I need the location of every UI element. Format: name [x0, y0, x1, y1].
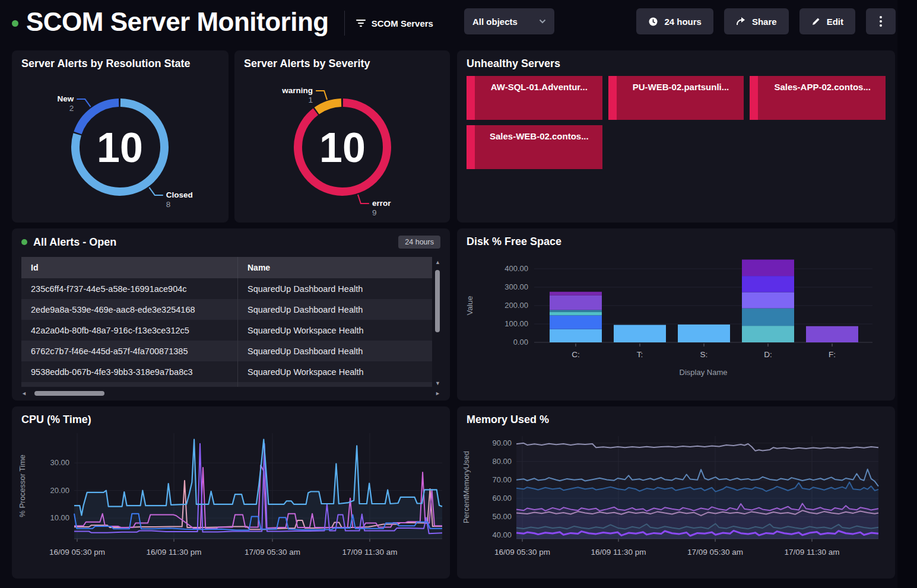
header: SCOM Server Monitoring SCOM Servers [12, 0, 433, 46]
edit-button[interactable]: Edit [799, 8, 855, 34]
filter-icon [356, 19, 366, 27]
panel-title: Unhealthy Servers [467, 58, 560, 70]
horizontal-scroll-thumb[interactable] [34, 391, 104, 396]
table-row[interactable]: 6762c7b7-f46e-445d-a57f-4fa700871385Squa… [21, 341, 432, 361]
svg-text:10: 10 [97, 125, 143, 171]
scroll-left-icon[interactable]: ◄ [21, 390, 27, 396]
panel-title: Server Alerts by Resolution State [21, 58, 190, 70]
svg-text:error: error [372, 199, 391, 208]
panel-memory: Memory Used % 16/09 05:30 pm16/09 11:30 … [457, 406, 895, 579]
svg-text:% Processor Time: % Processor Time [18, 454, 27, 517]
alert-id-cell: 2ede9a8a-539e-469e-aac8-ede3e3254168 [21, 299, 237, 320]
share-icon [736, 17, 746, 26]
svg-text:16/09 11:30 pm: 16/09 11:30 pm [591, 548, 646, 557]
server-tile[interactable]: Sales-APP-02.contos... [750, 76, 886, 120]
svg-text:17/09 11:30 am: 17/09 11:30 am [342, 548, 398, 557]
svg-text:200.00: 200.00 [504, 301, 528, 310]
objects-dropdown-label: All objects [472, 17, 518, 27]
svg-text:C:: C: [572, 350, 580, 359]
server-tile[interactable]: PU-WEB-02.partsunli... [608, 76, 744, 120]
svg-text:T:: T: [637, 350, 643, 359]
column-header-id: Id [21, 257, 237, 278]
alerts-table: Id Name 235c6ff4-f737-44e5-a58e-16991ace… [21, 257, 432, 382]
table-row[interactable]: 2ede9a8a-539e-469e-aac8-ede3e3254168Squa… [21, 299, 432, 320]
more-options-button[interactable] [866, 8, 896, 34]
svg-text:Display Name: Display Name [680, 368, 728, 377]
svg-text:1: 1 [309, 96, 313, 104]
svg-text:400.00: 400.00 [504, 264, 528, 273]
alerts-status-dot [21, 239, 27, 245]
alerts-table-body: 235c6ff4-f737-44e5-a58e-16991ace904cSqua… [21, 278, 432, 382]
svg-text:0.00: 0.00 [513, 338, 528, 347]
panel-cpu: CPU (% Time) 16/09 05:30 pm16/09 11:30 p… [12, 406, 450, 579]
server-health-strip [467, 76, 475, 120]
svg-text:40.00: 40.00 [492, 530, 512, 539]
svg-text:90.00: 90.00 [492, 438, 512, 447]
svg-text:D:: D: [764, 350, 772, 359]
alert-name-cell: SquaredUp Workspace Health [237, 320, 432, 341]
svg-text:Closed: Closed [166, 190, 193, 199]
panel-title: Disk % Free Space [467, 236, 561, 248]
svg-text:Value: Value [465, 296, 474, 315]
table-row[interactable]: 9538eddb-067b-4fe3-9bb3-318e9a7ba8c3Squa… [21, 361, 432, 382]
edit-label: Edit [827, 17, 843, 27]
memory-used-chart: 16/09 05:30 pm16/09 11:30 pm17/09 05:30 … [457, 406, 895, 579]
timeframe-label: 24 hours [664, 17, 702, 27]
page-title: SCOM Server Monitoring [26, 9, 329, 37]
objects-dropdown[interactable]: All objects [464, 8, 554, 34]
server-tile-label: AW-SQL-01.Adventur... [480, 82, 599, 92]
server-health-strip [750, 76, 758, 120]
disk-free-space-chart: 0.00100.00200.00300.00400.00C:T:S:D:F:Va… [457, 228, 895, 401]
alert-name-cell: SquaredUp Dashboard Health [237, 341, 432, 361]
clock-icon [648, 17, 658, 27]
server-tile-label: Sales-APP-02.contos... [763, 82, 882, 92]
scroll-up-icon[interactable]: ▲ [435, 259, 440, 265]
dashboard-status-dot [12, 20, 18, 27]
header-divider [344, 11, 345, 36]
svg-text:300.00: 300.00 [504, 282, 528, 291]
horizontal-scrollbar[interactable]: ◄ ► [21, 390, 440, 397]
svg-text:50.00: 50.00 [492, 512, 512, 521]
server-tile[interactable]: AW-SQL-01.Adventur... [467, 76, 602, 120]
severity-donut-chart: error9warning110 [234, 50, 450, 223]
server-tile[interactable]: Sales-WEB-02.contos... [467, 125, 602, 169]
svg-text:30.00: 30.00 [50, 458, 69, 467]
panel-title: CPU (% Time) [21, 414, 91, 426]
vertical-scroll-thumb[interactable] [435, 270, 440, 332]
timeframe-button[interactable]: 24 hours [636, 8, 713, 34]
panel-unhealthy-servers: Unhealthy Servers AW-SQL-01.Adventur...P… [457, 50, 895, 223]
scroll-right-icon[interactable]: ► [435, 390, 440, 396]
pencil-icon [811, 17, 821, 26]
scroll-down-icon[interactable]: ▼ [435, 380, 440, 386]
scope-selector[interactable]: SCOM Servers [356, 18, 433, 28]
alert-id-cell: 9538eddb-067b-4fe3-9bb3-318e9a7ba8c3 [21, 361, 237, 382]
panel-disk-free-space: Disk % Free Space 0.00100.00200.00300.00… [457, 228, 895, 401]
svg-text:80.00: 80.00 [492, 457, 512, 466]
chevron-down-icon [539, 19, 546, 24]
table-row[interactable]: 42a2a04b-80fb-48a7-916c-f13e3ce312c5Squa… [21, 320, 432, 341]
alert-name-cell: SquaredUp Dashboard Health [237, 278, 432, 299]
table-row[interactable]: 235c6ff4-f737-44e5-a58e-16991ace904cSqua… [21, 278, 432, 299]
header-actions: 24 hours Share Edit [636, 8, 896, 34]
share-button[interactable]: Share [724, 8, 789, 34]
panel-all-alerts: All Alerts - Open 24 hours Id Name 235c6… [12, 228, 450, 401]
kebab-icon [880, 16, 882, 27]
share-label: Share [752, 17, 777, 27]
window-gutter [897, 0, 917, 588]
svg-text:9: 9 [372, 208, 377, 217]
svg-text:New: New [57, 94, 74, 103]
vertical-scrollbar[interactable]: ▲ ▼ [434, 259, 441, 386]
cpu-time-chart: 16/09 05:30 pm16/09 11:30 pm17/09 05:30 … [12, 406, 450, 579]
svg-text:17/09 05:30 am: 17/09 05:30 am [687, 548, 743, 557]
svg-text:8: 8 [166, 200, 171, 209]
svg-text:10.00: 10.00 [50, 513, 69, 522]
alert-id-cell: 42a2a04b-80fb-48a7-916c-f13e3ce312c5 [21, 320, 237, 341]
panel-severity: Server Alerts by Severity error9warning1… [234, 50, 450, 223]
svg-text:17/09 05:30 am: 17/09 05:30 am [245, 548, 300, 557]
table-row-partial [21, 382, 432, 387]
svg-text:70.00: 70.00 [492, 475, 512, 484]
svg-text:60.00: 60.00 [492, 494, 512, 503]
column-header-name: Name [237, 257, 432, 278]
svg-text:16/09 05:30 pm: 16/09 05:30 pm [49, 548, 105, 557]
svg-text:16/09 05:30 pm: 16/09 05:30 pm [494, 548, 550, 557]
